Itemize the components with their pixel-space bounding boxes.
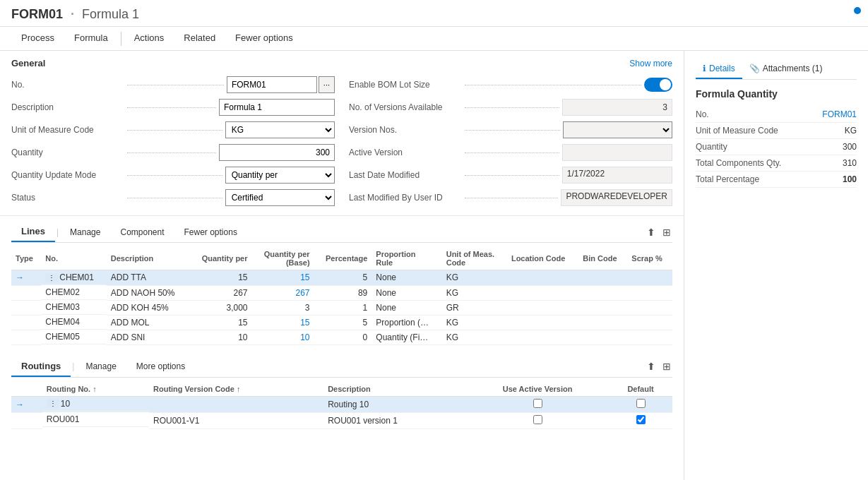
panel-tab-details[interactable]: ℹ Details xyxy=(696,59,742,79)
routings-tab-manage[interactable]: Manage xyxy=(76,357,126,376)
table-row[interactable]: CHEM04 ADD MOL 15 15 5 Proportion (… KG xyxy=(11,315,672,330)
no-versions-row: No. of Versions Available 3 xyxy=(349,98,672,116)
cell-arrow xyxy=(11,412,42,428)
col-routing-no xyxy=(11,382,42,397)
panel-tab-attachments[interactable]: 📎 Attachments (1) xyxy=(742,59,830,79)
cell-percentage: 5 xyxy=(314,315,372,330)
status-row: Status Certified xyxy=(11,188,335,207)
detail-row: Quantity 300 xyxy=(696,139,857,155)
cell-uom: KG xyxy=(442,330,507,344)
tab-process[interactable]: Process xyxy=(11,27,64,50)
detail-value: 100 xyxy=(843,174,857,184)
last-modified-row: Last Modified By User ID PRODWAREDEVELOP… xyxy=(349,188,672,207)
table-row[interactable]: → ⋮ 10 Routing 10 xyxy=(11,396,672,412)
lines-tab-manage[interactable]: Manage xyxy=(60,223,110,241)
show-more-link[interactable]: Show more xyxy=(629,59,672,68)
lines-tab-fewer[interactable]: Fewer options xyxy=(174,223,247,241)
checkbox[interactable] xyxy=(533,415,542,424)
table-row[interactable]: ROU001 ROU001-V1 ROU001 version 1 xyxy=(11,412,672,428)
cell-description: ADD KOH 45% xyxy=(107,300,190,315)
row-options-button[interactable]: ⋮ xyxy=(47,399,59,408)
col-qty-per: Quantity per xyxy=(189,247,251,270)
lines-fullscreen-button[interactable]: ⊞ xyxy=(661,225,672,239)
col-routing-desc: Description xyxy=(323,382,466,397)
no-label: No. xyxy=(11,80,124,90)
qty-update-select[interactable]: Quantity per xyxy=(225,167,335,184)
col-type: Type xyxy=(11,247,41,270)
qty-update-row: Quantity Update Mode Quantity per xyxy=(11,166,335,184)
checkbox[interactable] xyxy=(636,399,646,408)
cell-location xyxy=(507,300,578,315)
cell-arrow xyxy=(11,330,41,344)
cell-no: CHEM03 xyxy=(41,300,107,315)
last-date-label: Last Date Modified xyxy=(349,170,462,180)
version-nos-select[interactable] xyxy=(563,121,672,138)
table-row[interactable]: CHEM03 ADD KOH 45% 3,000 3 1 None GR xyxy=(11,300,672,315)
detail-label: Unit of Measure Code xyxy=(696,126,778,136)
detail-value[interactable]: FORM01 xyxy=(822,109,857,119)
tab-formula[interactable]: Formula xyxy=(64,27,118,50)
panel-section-title: Formula Quantity xyxy=(696,88,857,100)
row-options-button[interactable]: ⋮ xyxy=(45,273,58,282)
routings-export-button[interactable]: ⬆ xyxy=(646,359,657,373)
checkbox[interactable] xyxy=(636,415,646,424)
cell-arrow: → xyxy=(11,396,42,412)
cell-bin xyxy=(578,315,627,330)
col-percentage: Percentage xyxy=(314,247,372,270)
cell-scrap xyxy=(627,300,672,315)
no-row: No. ··· xyxy=(11,76,335,94)
cell-bin xyxy=(578,300,627,315)
no-ellipsis-button[interactable]: ··· xyxy=(319,76,335,93)
routings-actions: ⬆ ⊞ xyxy=(646,359,672,373)
cell-qty-per: 10 xyxy=(189,330,251,344)
status-label: Status xyxy=(11,193,124,203)
lines-export-button[interactable]: ⬆ xyxy=(646,225,657,239)
cell-location xyxy=(507,315,578,330)
cell-version-code xyxy=(149,396,323,412)
description-input[interactable] xyxy=(219,99,335,116)
cell-qty-base: 10 xyxy=(252,330,314,344)
lines-table-container: Type No. Description Quantity per Quanti… xyxy=(11,247,672,345)
cell-qty-per: 15 xyxy=(189,315,251,330)
tab-related[interactable]: Related xyxy=(174,27,225,50)
table-row[interactable]: CHEM05 ADD SNI 10 10 0 Quantity (Fi… KG xyxy=(11,330,672,344)
cell-qty-base: 3 xyxy=(252,300,314,315)
col-default: Default xyxy=(609,382,672,397)
tab-fewer-options[interactable]: Fewer options xyxy=(225,27,303,50)
cell-routing-no: ROU001 xyxy=(42,412,149,427)
description-row: Description xyxy=(11,98,335,116)
no-input[interactable] xyxy=(227,76,317,93)
cell-percentage: 5 xyxy=(314,270,372,286)
cell-percentage: 89 xyxy=(314,285,372,300)
checkbox[interactable] xyxy=(533,399,542,408)
cell-proportion: Quantity (Fi… xyxy=(371,330,441,344)
table-row[interactable]: CHEM02 ADD NAOH 50% 267 267 89 None KG xyxy=(11,285,672,300)
status-select[interactable]: Certified xyxy=(225,189,335,206)
cell-desc: ROU001 version 1 xyxy=(323,412,466,428)
cell-default xyxy=(609,396,672,412)
routings-tab-more[interactable]: More options xyxy=(126,357,195,376)
tab-actions[interactable]: Actions xyxy=(124,27,174,50)
routings-tab-title: Routings xyxy=(11,356,71,377)
no-versions-value: 3 xyxy=(562,99,672,116)
status-indicator xyxy=(854,7,861,14)
table-row[interactable]: → ⋮ CHEM01 ADD TTA 15 15 5 None KG xyxy=(11,270,672,286)
col-use-active: Use Active Version xyxy=(466,382,609,397)
uom-select[interactable]: KG xyxy=(225,121,335,138)
active-version-label: Active Version xyxy=(349,148,462,157)
lines-tab-title: Lines xyxy=(11,222,55,242)
detail-value: KG xyxy=(845,126,857,136)
col-location: Location Code xyxy=(507,247,578,270)
right-panel: ℹ Details 📎 Attachments (1) Formula Quan… xyxy=(684,51,868,480)
lines-tab-component[interactable]: Component xyxy=(110,223,174,241)
quantity-input[interactable] xyxy=(219,144,335,161)
cell-desc: Routing 10 xyxy=(323,396,466,412)
cell-description: ADD TTA xyxy=(107,270,190,286)
last-date-row: Last Date Modified 1/17/2022 xyxy=(349,166,672,184)
cell-location xyxy=(507,330,578,344)
routings-fullscreen-button[interactable]: ⊞ xyxy=(661,359,672,373)
enable-bom-toggle[interactable] xyxy=(644,78,672,92)
cell-use-active xyxy=(466,396,609,412)
lines-table: Type No. Description Quantity per Quanti… xyxy=(11,247,672,345)
description-label: Description xyxy=(11,102,124,112)
